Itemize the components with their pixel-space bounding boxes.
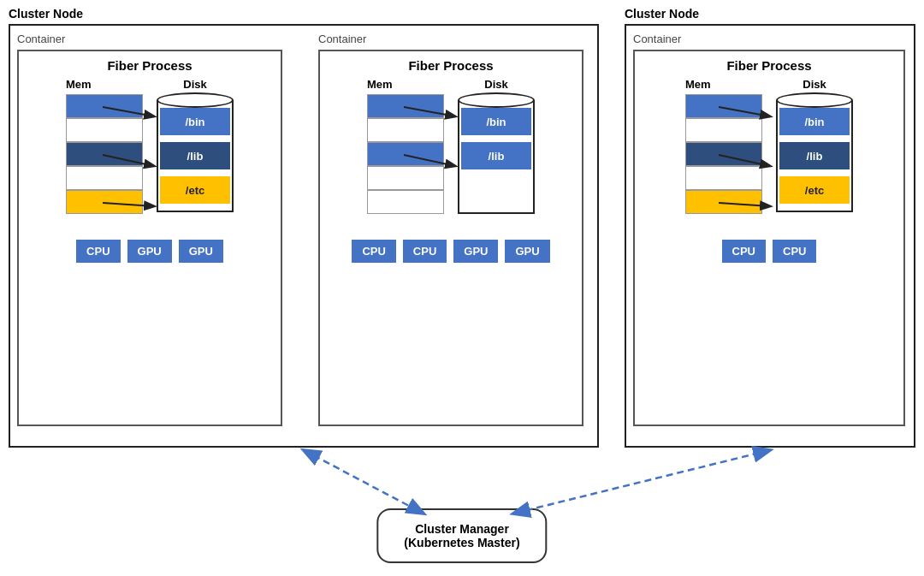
container1-box: Fiber Process Mem Disk xyxy=(17,50,282,426)
mem-1: Mem xyxy=(66,78,143,214)
mem-disk-3: Mem Disk /bin /lib xyxy=(642,78,897,214)
disk-1-slot-lib: /lib xyxy=(160,142,230,169)
chip-cpu-2a: CPU xyxy=(352,240,395,263)
disk-3: Disk /bin /lib /etc xyxy=(776,78,853,212)
right-cluster-node: Container Fiber Process Mem Disk xyxy=(625,24,915,448)
mem-3: Mem xyxy=(685,78,762,214)
container3-label: Container xyxy=(633,33,681,45)
mem-2-label: Mem xyxy=(367,78,444,91)
chip-gpu-1a: GPU xyxy=(127,240,172,263)
chips-3: CPU CPU xyxy=(642,240,897,263)
disk-3-slot-bin: /bin xyxy=(779,108,850,135)
disk-2-slot-bin: /bin xyxy=(461,108,531,135)
mem-disk-1: Mem Disk /bin /l xyxy=(26,78,274,214)
disk-2-label: Disk xyxy=(458,78,535,91)
chip-gpu-2b: GPU xyxy=(505,240,549,263)
svg-line-8 xyxy=(304,450,424,514)
left-cluster-node-label: Cluster Node xyxy=(9,7,83,21)
container1-label: Container xyxy=(17,33,65,45)
mem-disk-2: Mem Disk /bin /lib xyxy=(327,78,575,214)
chips-2: CPU CPU GPU GPU xyxy=(327,240,575,263)
disk-1: Disk /bin /lib /etc xyxy=(157,78,234,212)
mem-3-label: Mem xyxy=(685,78,762,91)
disk-1-slot-bin: /bin xyxy=(160,108,230,135)
container2-label: Container xyxy=(318,33,366,45)
disk-2: Disk /bin /lib xyxy=(458,78,535,214)
container3-box: Fiber Process Mem Disk /bin xyxy=(633,50,905,426)
disk-3-slot-lib: /lib xyxy=(779,142,850,169)
container2-box: Fiber Process Mem Disk /bin xyxy=(318,50,583,426)
chip-gpu-2a: GPU xyxy=(453,240,498,263)
fiber-process-3-label: Fiber Process xyxy=(642,58,897,73)
chip-cpu-3b: CPU xyxy=(773,240,816,263)
mem-1-label: Mem xyxy=(66,78,143,91)
left-cluster-node: Container Fiber Process Mem Disk xyxy=(9,24,599,448)
chip-gpu-1b: GPU xyxy=(179,240,223,263)
fiber-process-2-label: Fiber Process xyxy=(327,58,575,73)
disk-3-slot-etc: /etc xyxy=(779,176,850,204)
disk-3-label: Disk xyxy=(776,78,853,91)
cluster-manager-line1: Cluster Manager xyxy=(404,522,519,536)
mem-2: Mem xyxy=(367,78,444,214)
chip-cpu-3a: CPU xyxy=(722,240,766,263)
right-cluster-node-label: Cluster Node xyxy=(625,7,699,21)
chips-1: CPU GPU GPU xyxy=(26,240,274,263)
chip-cpu-1: CPU xyxy=(76,240,120,263)
svg-line-9 xyxy=(513,450,770,514)
chip-cpu-2b: CPU xyxy=(403,240,447,263)
cluster-manager-box: Cluster Manager (Kubernetes Master) xyxy=(376,508,547,563)
disk-1-slot-etc: /etc xyxy=(160,176,230,204)
main-container: Cluster Node Container Fiber Process Mem xyxy=(0,0,924,576)
disk-2-slot-lib: /lib xyxy=(461,142,531,169)
disk-1-label: Disk xyxy=(157,78,234,91)
fiber-process-1-label: Fiber Process xyxy=(26,58,274,73)
cluster-manager-line2: (Kubernetes Master) xyxy=(404,536,519,549)
